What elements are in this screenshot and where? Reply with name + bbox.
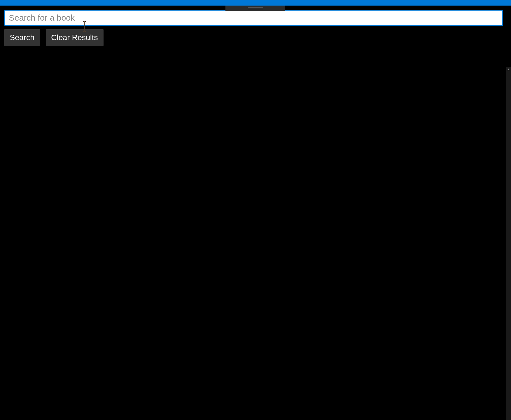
- clear-results-button[interactable]: Clear Results: [46, 29, 104, 46]
- scrollbar-up-button[interactable]: [506, 67, 511, 72]
- results-area: [0, 67, 506, 420]
- search-button[interactable]: Search: [4, 29, 40, 46]
- titlebar[interactable]: [0, 0, 511, 6]
- grip-icon: [248, 8, 263, 9]
- content-area: Search Clear Results: [0, 6, 511, 50]
- drag-handle[interactable]: [225, 6, 285, 11]
- chevron-up-icon: [507, 69, 510, 70]
- search-row: [4, 10, 507, 26]
- button-row: Search Clear Results: [4, 29, 507, 46]
- scrollbar[interactable]: [506, 67, 511, 420]
- search-input[interactable]: [4, 10, 503, 26]
